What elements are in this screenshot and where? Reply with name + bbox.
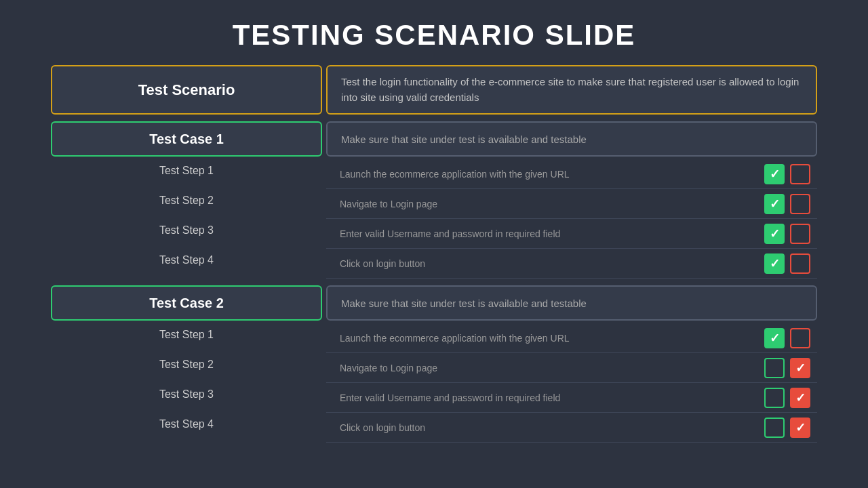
step-row-case1-step3: Test Step 3 Enter valid Username and pas… bbox=[51, 219, 817, 249]
checkbox-red-2-4[interactable]: ✓ bbox=[790, 418, 810, 438]
step-right-case1-step1: Launch the ecommerce application with th… bbox=[326, 159, 817, 189]
step-checkboxes: ✓ bbox=[764, 418, 810, 438]
step-row-case1-step2: Test Step 2 Navigate to Login page ✓ bbox=[51, 189, 817, 219]
step-label-cell-case1-step3: Test Step 3 bbox=[51, 219, 322, 249]
step-description: Launch the ecommerce application with th… bbox=[326, 327, 764, 349]
step-row-case2-step1: Test Step 1 Launch the ecommerce applica… bbox=[51, 323, 817, 353]
step-right-case1-step3: Enter valid Username and password in req… bbox=[326, 219, 817, 249]
case-content-2: Make sure that site under test is availa… bbox=[326, 285, 817, 321]
step-right-case2-step2: Navigate to Login page ✓ bbox=[326, 353, 817, 383]
step-right-case2-step3: Enter valid Username and password in req… bbox=[326, 383, 817, 413]
step-label-text: Test Step 4 bbox=[159, 254, 214, 266]
step-label-text: Test Step 2 bbox=[159, 359, 214, 371]
scenario-label: Test Scenario bbox=[51, 65, 322, 115]
step-checkboxes: ✓ bbox=[764, 328, 810, 348]
step-label-cell-case2-step1: Test Step 1 bbox=[51, 323, 322, 353]
step-checkboxes: ✓ bbox=[764, 253, 810, 274]
step-label-text: Test Step 2 bbox=[159, 195, 214, 207]
step-right-case1-step2: Navigate to Login page ✓ bbox=[326, 189, 817, 219]
step-checkboxes: ✓ bbox=[764, 224, 810, 244]
checkbox-red-1-1[interactable] bbox=[790, 164, 810, 184]
page-title: TESTING SCENARIO SLIDE bbox=[233, 19, 636, 52]
step-description: Navigate to Login page bbox=[326, 357, 764, 379]
step-row-case2-step4: Test Step 4 Click on login button ✓ bbox=[51, 413, 817, 443]
step-label-cell-case2-step4: Test Step 4 bbox=[51, 413, 322, 443]
checkbox-red-2-3[interactable]: ✓ bbox=[790, 388, 810, 408]
scenario-row: Test Scenario Test the login functionali… bbox=[51, 65, 817, 115]
step-label-cell-case2-step3: Test Step 3 bbox=[51, 383, 322, 413]
checkbox-green-2-2[interactable] bbox=[764, 358, 785, 378]
step-right-case2-step1: Launch the ecommerce application with th… bbox=[326, 323, 817, 353]
step-description: Click on login button bbox=[326, 253, 764, 274]
checkbox-red-2-1[interactable] bbox=[790, 328, 810, 348]
step-row-case1-step4: Test Step 4 Click on login button ✓ bbox=[51, 249, 817, 279]
step-row-case2-step3: Test Step 3 Enter valid Username and pas… bbox=[51, 383, 817, 413]
step-label-text: Test Step 1 bbox=[159, 329, 214, 341]
step-description: Launch the ecommerce application with th… bbox=[326, 163, 764, 185]
checkbox-red-1-2[interactable] bbox=[790, 194, 810, 214]
step-label-text: Test Step 1 bbox=[159, 165, 214, 177]
step-label-text: Test Step 4 bbox=[159, 418, 214, 430]
main-table: Test Scenario Test the login functionali… bbox=[51, 65, 817, 443]
step-checkboxes: ✓ bbox=[764, 358, 810, 378]
step-description: Enter valid Username and password in req… bbox=[326, 387, 764, 409]
step-label-cell-case1-step1: Test Step 1 bbox=[51, 159, 322, 189]
step-label-cell-case2-step2: Test Step 2 bbox=[51, 353, 322, 383]
step-row-case2-step2: Test Step 2 Navigate to Login page ✓ bbox=[51, 353, 817, 383]
checkbox-red-2-2[interactable]: ✓ bbox=[790, 358, 810, 378]
step-row-case1-step1: Test Step 1 Launch the ecommerce applica… bbox=[51, 159, 817, 189]
checkbox-green-1-2[interactable]: ✓ bbox=[764, 194, 785, 214]
case-label-1: Test Case 1 bbox=[51, 121, 322, 157]
step-description: Click on login button bbox=[326, 417, 764, 439]
step-checkboxes: ✓ bbox=[764, 194, 810, 214]
checkbox-green-1-4[interactable]: ✓ bbox=[764, 253, 785, 274]
step-checkboxes: ✓ bbox=[764, 164, 810, 184]
step-label-text: Test Step 3 bbox=[159, 388, 214, 401]
step-checkboxes: ✓ bbox=[764, 388, 810, 408]
scenario-content: Test the login functionality of the e-co… bbox=[326, 65, 817, 115]
case-label-2: Test Case 2 bbox=[51, 285, 322, 321]
step-right-case1-step4: Click on login button ✓ bbox=[326, 249, 817, 279]
checkbox-green-2-4[interactable] bbox=[764, 418, 785, 438]
checkbox-red-1-4[interactable] bbox=[790, 253, 810, 274]
case-row-1: Test Case 1 Make sure that site under te… bbox=[51, 121, 817, 157]
checkbox-green-2-1[interactable]: ✓ bbox=[764, 328, 785, 348]
step-label-cell-case1-step2: Test Step 2 bbox=[51, 189, 322, 219]
checkbox-green-1-1[interactable]: ✓ bbox=[764, 164, 785, 184]
checkbox-green-2-3[interactable] bbox=[764, 388, 785, 408]
step-right-case2-step4: Click on login button ✓ bbox=[326, 413, 817, 443]
case-row-2: Test Case 2 Make sure that site under te… bbox=[51, 285, 817, 321]
step-label-cell-case1-step4: Test Step 4 bbox=[51, 249, 322, 279]
step-label-text: Test Step 3 bbox=[159, 224, 214, 237]
checkbox-green-1-3[interactable]: ✓ bbox=[764, 224, 785, 244]
checkbox-red-1-3[interactable] bbox=[790, 224, 810, 244]
case-content-1: Make sure that site under test is availa… bbox=[326, 121, 817, 157]
step-description: Navigate to Login page bbox=[326, 193, 764, 215]
step-description: Enter valid Username and password in req… bbox=[326, 223, 764, 245]
